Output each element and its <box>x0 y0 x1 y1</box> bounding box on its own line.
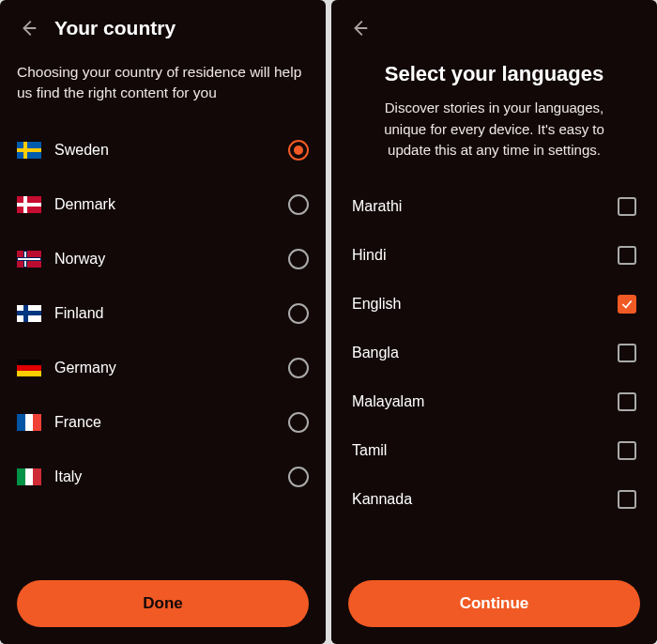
country-selection-screen: Your country Choosing your country of re… <box>0 0 326 644</box>
title-block: Select your languages Discover stories i… <box>331 49 657 182</box>
country-row[interactable]: Sweden <box>17 123 309 177</box>
language-name: Bangla <box>352 345 618 361</box>
page-subtitle: Choosing your country of residence will … <box>0 49 326 123</box>
arrow-left-icon <box>18 18 38 38</box>
country-row[interactable]: Norway <box>17 232 309 286</box>
header: Your country <box>0 0 326 49</box>
flag-icon <box>17 305 41 322</box>
flag-icon <box>17 196 41 213</box>
radio-button[interactable] <box>288 358 309 378</box>
language-list: MarathiHindiEnglishBanglaMalayalamTamilK… <box>331 182 657 524</box>
country-row[interactable]: Denmark <box>17 177 309 232</box>
country-row[interactable]: France <box>17 395 309 450</box>
back-button[interactable] <box>348 17 371 39</box>
radio-button[interactable] <box>288 467 309 487</box>
country-name: Finland <box>54 305 288 322</box>
flag-icon <box>17 142 41 159</box>
continue-button[interactable]: Continue <box>348 580 640 627</box>
country-name: Denmark <box>54 196 288 213</box>
country-row[interactable]: Germany <box>17 341 309 395</box>
flag-icon <box>17 414 41 431</box>
language-row[interactable]: English <box>352 280 636 329</box>
language-row[interactable]: Bangla <box>352 329 636 377</box>
country-name: Sweden <box>54 142 288 159</box>
done-button[interactable]: Done <box>17 580 309 627</box>
header <box>331 0 657 49</box>
language-row[interactable]: Tamil <box>352 426 636 475</box>
language-name: Hindi <box>352 247 618 264</box>
country-name: Germany <box>54 360 288 376</box>
country-row[interactable]: Finland <box>17 286 309 341</box>
checkbox[interactable] <box>618 490 636 509</box>
page-title: Your country <box>54 17 176 39</box>
checkbox[interactable] <box>618 441 636 460</box>
cta-container: Done <box>0 569 326 644</box>
language-name: English <box>352 296 618 313</box>
page-subtitle: Discover stories in your languages, uniq… <box>359 98 629 182</box>
flag-icon <box>17 360 41 376</box>
checkbox[interactable] <box>618 246 636 265</box>
checkbox[interactable] <box>618 197 636 216</box>
check-icon <box>620 298 634 311</box>
cta-container: Continue <box>331 569 657 644</box>
checkbox[interactable] <box>618 392 636 411</box>
language-name: Tamil <box>352 442 618 459</box>
country-list: SwedenDenmarkNorwayFinlandGermanyFranceI… <box>0 123 326 504</box>
radio-button[interactable] <box>288 194 309 215</box>
country-row[interactable]: Italy <box>17 450 309 504</box>
language-row[interactable]: Marathi <box>352 182 636 231</box>
country-name: France <box>54 414 288 431</box>
language-row[interactable]: Malayalam <box>352 377 636 426</box>
language-selection-screen: Select your languages Discover stories i… <box>331 0 657 644</box>
country-name: Norway <box>54 251 288 268</box>
country-name: Italy <box>54 468 288 485</box>
language-row[interactable]: Kannada <box>352 475 636 524</box>
language-name: Malayalam <box>352 393 618 410</box>
flag-icon <box>17 468 41 485</box>
back-button[interactable] <box>17 17 39 39</box>
checkbox[interactable] <box>618 295 636 314</box>
flag-icon <box>17 251 41 268</box>
radio-button[interactable] <box>288 140 309 161</box>
language-row[interactable]: Hindi <box>352 231 636 280</box>
arrow-left-icon <box>349 18 370 38</box>
radio-button[interactable] <box>288 412 309 433</box>
radio-button[interactable] <box>288 249 309 269</box>
language-name: Kannada <box>352 491 618 508</box>
checkbox[interactable] <box>618 344 636 362</box>
page-title: Select your languages <box>359 62 629 86</box>
radio-button[interactable] <box>288 303 309 324</box>
language-name: Marathi <box>352 198 618 215</box>
